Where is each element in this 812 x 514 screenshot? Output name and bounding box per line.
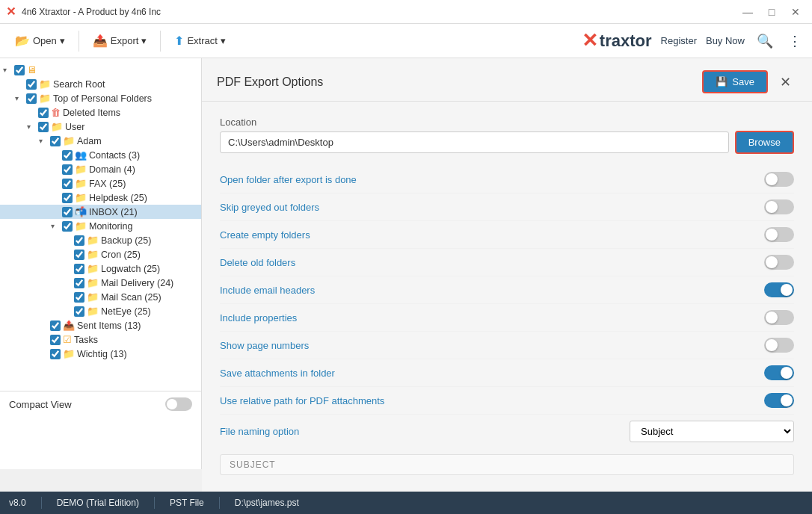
browse-button[interactable]: Browse xyxy=(735,131,794,154)
checkbox-backup[interactable] xyxy=(74,235,84,246)
toggle-email-headers[interactable] xyxy=(764,282,794,297)
tree-top-personal[interactable]: ▾ 📁 Top of Personal Folders xyxy=(0,91,201,105)
toggle-page-numbers[interactable] xyxy=(764,338,794,353)
file-naming-label: File naming option xyxy=(220,426,299,437)
toggle-relative-path[interactable] xyxy=(764,393,794,408)
checkbox-inbox[interactable] xyxy=(62,207,73,217)
open-button[interactable]: 📂 Open ▾ xyxy=(7,30,73,52)
minimize-button[interactable]: — xyxy=(737,4,758,20)
file-naming-select[interactable]: Subject Date From To xyxy=(630,421,794,442)
user-label: User xyxy=(65,122,84,132)
checkbox-top-personal[interactable] xyxy=(26,93,37,104)
tree-backup[interactable]: 📁 Backup (25) xyxy=(0,233,201,247)
expand-root: ▾ xyxy=(3,66,12,74)
tree-sent[interactable]: 📤 Sent Items (13) xyxy=(0,318,201,332)
checkbox-user[interactable] xyxy=(38,122,49,132)
tree-contacts[interactable]: 👥 Contacts (3) xyxy=(0,148,201,162)
option-open-folder-label: Open folder after export is done xyxy=(220,174,357,185)
toolbar: 📂 Open ▾ 📤 Export ▾ ⬆ Extract ▾ ✕ traxto… xyxy=(0,24,812,58)
close-button[interactable]: ✕ xyxy=(785,4,806,20)
tree-search-root[interactable]: 📁 Search Root xyxy=(0,77,201,91)
tree-deleted[interactable]: 🗑 Deleted Items xyxy=(0,105,201,120)
checkbox-cron[interactable] xyxy=(74,250,84,260)
toggle-save-attachments[interactable] xyxy=(764,365,794,380)
tree-user[interactable]: ▾ 📁 User xyxy=(0,120,201,134)
checkbox-search-root[interactable] xyxy=(26,79,37,90)
checkbox-mailscan[interactable] xyxy=(74,292,84,303)
checkbox-maildelivery[interactable] xyxy=(74,278,84,288)
mailscan-label: Mail Scan (25) xyxy=(101,292,162,303)
tree-helpdesk[interactable]: 📁 Helpdesk (25) xyxy=(0,191,201,205)
tree-inbox[interactable]: 📬 INBOX (21) xyxy=(0,205,201,219)
root-folder-icon: 🖥 xyxy=(27,64,37,75)
export-button[interactable]: 📤 Export ▾ xyxy=(85,30,155,52)
tree-adam[interactable]: ▾ 📁 Adam xyxy=(0,134,201,148)
checkbox-monitoring[interactable] xyxy=(62,221,73,232)
menu-icon-button[interactable]: ⋮ xyxy=(785,30,805,52)
tree-wichtig[interactable]: 📁 Wichtig (13) xyxy=(0,347,201,361)
wichtig-icon: 📁 xyxy=(63,348,75,359)
close-panel-button[interactable]: ✕ xyxy=(774,70,797,93)
option-save-attachments-label: Save attachments in folder xyxy=(220,368,335,379)
tree-monitoring[interactable]: ▾ 📁 Monitoring xyxy=(0,219,201,233)
file-naming-row: File naming option Subject Date From To xyxy=(220,415,794,448)
toggle-properties[interactable] xyxy=(764,310,794,325)
save-icon: 💾 xyxy=(716,76,728,87)
option-page-numbers: Show page numbers xyxy=(220,332,794,359)
option-page-numbers-label: Show page numbers xyxy=(220,340,309,351)
tree-cron[interactable]: 📁 Cron (25) xyxy=(0,247,201,261)
checkbox-helpdesk[interactable] xyxy=(62,193,73,203)
location-input[interactable] xyxy=(220,131,729,153)
checkbox-neteye[interactable] xyxy=(74,306,84,317)
checkbox-contacts[interactable] xyxy=(62,150,73,161)
toggle-create-empty[interactable] xyxy=(764,227,794,242)
toggle-skip-greyed[interactable] xyxy=(764,199,794,214)
contacts-icon: 👥 xyxy=(75,149,87,161)
content-area: PDF Export Options 💾 Save ✕ Location Bro… xyxy=(202,58,812,492)
maildelivery-icon: 📁 xyxy=(87,277,99,288)
checkbox-wichtig[interactable] xyxy=(50,349,61,359)
subject-preview: SUBJECT xyxy=(220,454,794,475)
tree-tasks[interactable]: ☑ Tasks xyxy=(0,332,201,347)
statusbar: v8.0 DEMO (Trial Edition) PST File D:\ps… xyxy=(0,492,812,514)
option-skip-greyed-label: Skip greyed out folders xyxy=(220,202,319,213)
logo-x: ✕ xyxy=(582,29,598,52)
neteye-label: NetEye (25) xyxy=(101,306,151,317)
buynow-link[interactable]: Buy Now xyxy=(706,35,745,46)
compact-bar: Compact View xyxy=(0,391,201,417)
tasks-icon: ☑ xyxy=(63,334,72,345)
toggle-open-folder[interactable] xyxy=(764,172,794,187)
expand-monitoring: ▾ xyxy=(51,222,60,230)
sidebar: ▾ 🖥 📁 Search Root ▾ 📁 Top of Personal Fo… xyxy=(0,58,202,469)
checkbox-deleted[interactable] xyxy=(38,108,49,118)
compact-view-toggle[interactable] xyxy=(165,397,192,411)
monitoring-label: Monitoring xyxy=(89,221,132,232)
checkbox-tasks[interactable] xyxy=(50,335,61,345)
register-link[interactable]: Register xyxy=(661,35,697,46)
logwatch-label: Logwatch (25) xyxy=(101,264,160,274)
checkbox-fax[interactable] xyxy=(62,179,73,189)
inbox-label: INBOX (21) xyxy=(89,207,138,217)
checkbox-domain[interactable] xyxy=(62,164,73,175)
checkbox-logwatch[interactable] xyxy=(74,264,84,274)
deleted-icon: 🗑 xyxy=(51,107,61,118)
toggle-delete-old[interactable] xyxy=(764,255,794,270)
maximize-button[interactable]: □ xyxy=(761,4,782,20)
tree-mailscan[interactable]: 📁 Mail Scan (25) xyxy=(0,290,201,304)
tree-maildelivery[interactable]: 📁 Mail Delivery (24) xyxy=(0,276,201,290)
option-open-folder: Open folder after export is done xyxy=(220,166,794,193)
save-button[interactable]: 💾 Save xyxy=(702,70,768,93)
checkbox-adam[interactable] xyxy=(50,136,61,146)
option-properties-label: Include properties xyxy=(220,312,297,323)
tree-fax[interactable]: 📁 FAX (25) xyxy=(0,176,201,191)
tree-root[interactable]: ▾ 🖥 xyxy=(0,63,201,77)
tree-domain[interactable]: 📁 Domain (4) xyxy=(0,162,201,176)
checkbox-root[interactable] xyxy=(14,65,25,75)
location-label: Location xyxy=(220,117,794,128)
checkbox-sent[interactable] xyxy=(50,321,61,331)
tree-neteye[interactable]: 📁 NetEye (25) xyxy=(0,304,201,318)
export-icon: 📤 xyxy=(93,34,108,48)
search-icon-button[interactable]: 🔍 xyxy=(754,30,776,52)
tree-logwatch[interactable]: 📁 Logwatch (25) xyxy=(0,261,201,276)
extract-button[interactable]: ⬆ Extract ▾ xyxy=(167,30,233,52)
